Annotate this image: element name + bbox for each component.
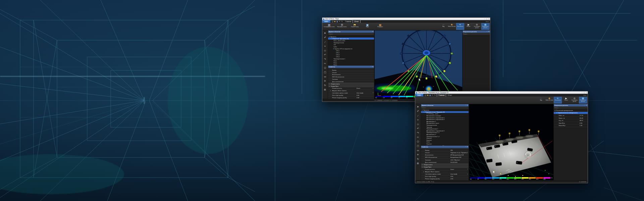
expander-icon[interactable]: ⊟: [331, 38, 332, 40]
property-row[interactable]: ▸ Adaptive Mesh Options: [421, 171, 469, 173]
property-value[interactable]: Багарябкова К.И.: [450, 156, 468, 158]
rotate-tool-icon[interactable]: ↻: [323, 83, 327, 87]
stop-calculation-button[interactable]: ⊙ Остановить расчет: [571, 97, 579, 104]
polygon-tool-icon[interactable]: ◇: [416, 122, 420, 126]
move-tool-icon[interactable]: ✛: [416, 153, 420, 157]
close-button[interactable]: ✕: [488, 18, 489, 20]
property-row[interactable]: ▸ Adaptive Mesh Options: [328, 90, 374, 92]
property-row[interactable]: Режим расчета Direct ▾: [421, 168, 469, 171]
panel-header[interactable]: Результаты расчета ─ ✕: [463, 30, 490, 33]
view-button[interactable]: ∷ Вид: [439, 23, 447, 30]
pick-tool-icon[interactable]: ➢: [323, 44, 327, 48]
property-row[interactable]: Photon mapping quality 0.50: [421, 178, 469, 180]
redo-tool-icon[interactable]: ↷: [323, 57, 327, 61]
property-value[interactable]: User mode: [357, 92, 373, 94]
property-value[interactable]: User mode: [450, 173, 468, 175]
3d-viewport-ferris-wheel[interactable]: 0,0 2,4 4,8: [374, 30, 462, 99]
property-row[interactable]: Дата выполнения: [328, 80, 374, 83]
file-menu-button[interactable]: Файл: [415, 94, 423, 96]
shape-tool-icon[interactable]: ⬠: [416, 140, 420, 144]
calculated-button[interactable]: ✳ Рассчитано: [554, 97, 562, 104]
maximize-button[interactable]: ▢: [584, 92, 585, 93]
panel-close-icon[interactable]: ✕: [467, 105, 468, 106]
panel-minimize-icon[interactable]: ─: [487, 31, 488, 32]
undo-tool-icon[interactable]: ↶: [323, 53, 327, 57]
property-row[interactable]: ▾ Опции отчета: [421, 163, 469, 166]
property-row[interactable]: ФИО Исполнителя Багарябкова К.И.: [421, 156, 469, 159]
titlebar[interactable]: Свет-в-Ночи - Парк ─ ▢ ✕: [322, 18, 490, 20]
rotate-tool-icon[interactable]: ↻: [416, 157, 420, 161]
result-row[interactable]: Еср, лк 48.57: [554, 119, 588, 122]
cursor-tool-icon[interactable]: ➤: [323, 31, 327, 35]
new-file-icon[interactable]: ❏: [332, 20, 333, 22]
property-row[interactable]: Direct light quality 0.50: [421, 176, 469, 178]
property-value[interactable]: 235: [450, 149, 468, 151]
property-value[interactable]: 0.50: [450, 178, 468, 180]
panel-close-icon[interactable]: ✕: [586, 105, 587, 106]
property-row[interactable]: Объект Парковка на ул. Пушкина 10: [421, 152, 469, 154]
result-row[interactable]: ☑ Расчетный прямоугольник: [554, 109, 588, 112]
panel-header[interactable]: Результаты расчета ─ ✕: [554, 104, 588, 107]
property-row[interactable]: Direct light quality 0.50: [328, 94, 374, 96]
property-row[interactable]: Заказчик ООО "МонСат": [421, 159, 469, 161]
property-row[interactable]: Calculation options mode User mode ▾: [328, 92, 374, 94]
stop-calculation-button[interactable]: ⊙ Остановить расчет: [473, 23, 481, 30]
minimize-button[interactable]: ─: [484, 18, 485, 20]
panel-minimize-icon[interactable]: ─: [371, 66, 372, 68]
property-value[interactable]: ИП Багарябкова К.И.: [450, 154, 468, 156]
panel-close-icon[interactable]: ✕: [372, 66, 373, 68]
open-folder-button[interactable]: ⬒ Открыть папку: [348, 23, 361, 30]
delete-tool-icon[interactable]: ▭: [323, 75, 327, 79]
tree-search-input[interactable]: [422, 107, 468, 109]
shape-tool-icon[interactable]: ⬠: [323, 66, 327, 70]
file-menu-button[interactable]: Файл: [322, 20, 330, 23]
select-2d-view-button[interactable]: ✚ Select 2D view: [448, 23, 456, 30]
save-icon[interactable]: ▣: [336, 20, 338, 22]
view-button[interactable]: ∷ Вид: [537, 97, 545, 104]
calculation-results-button[interactable]: ▦ Результаты расчета: [481, 23, 489, 30]
close-button[interactable]: ✕: [586, 92, 587, 93]
panel-header[interactable]: Свойства ─ ✕: [328, 66, 374, 68]
rectangle-tool-icon[interactable]: ▢: [323, 70, 327, 74]
property-row[interactable]: ▾ Опции Путя: [328, 85, 374, 87]
panel-close-icon[interactable]: ✕: [467, 146, 468, 148]
property-value[interactable]: Direct: [357, 87, 373, 89]
undo-icon[interactable]: ↶: [432, 94, 433, 96]
result-row[interactable]: Емин/Еср 0.56: [554, 122, 588, 125]
report-settings-button[interactable]: ⚙ Настройка отчета: [336, 23, 348, 30]
property-value[interactable]: Direct: [450, 169, 468, 170]
pick-tool-icon[interactable]: ➢: [416, 118, 420, 122]
dropdown-caret-icon[interactable]: ▾: [467, 169, 469, 170]
property-value[interactable]: 0.50: [357, 97, 373, 98]
rectangle-tool-icon[interactable]: ▢: [416, 144, 420, 148]
property-row[interactable]: Режим расчета Direct ▾: [328, 87, 374, 90]
property-value[interactable]: Парковка на ул. Пушкина 10: [450, 152, 468, 153]
checkbox-icon[interactable]: ☑: [556, 112, 557, 114]
dropdown-caret-icon[interactable]: ▾: [467, 174, 469, 175]
property-row[interactable]: Дата выполнения 14.03.2025: [421, 161, 469, 163]
property-value[interactable]: 0.50: [357, 94, 373, 96]
3d-viewport-parking-lot[interactable]: 0,0 4,8 9,6: [469, 104, 553, 180]
property-value[interactable]: ООО "МонСат": [450, 159, 468, 161]
property-row[interactable]: Номер 235: [421, 149, 469, 152]
property-row[interactable]: Объект: [328, 71, 374, 74]
property-row[interactable]: Заказчик: [328, 78, 374, 81]
move-tool-icon[interactable]: ✛: [323, 79, 327, 83]
result-row[interactable]: Емакс, лк 65.43: [554, 117, 588, 120]
property-row[interactable]: Исполнитель ИП Багарябкова К.И.: [421, 154, 469, 156]
expander-icon[interactable]: ⊟: [329, 36, 330, 38]
window-menu[interactable]: Окно: [486, 21, 490, 22]
line-tool-icon[interactable]: ∕: [323, 40, 327, 44]
edit-node-tool-icon[interactable]: ✐: [416, 109, 420, 113]
maximize-button[interactable]: ▢: [486, 18, 487, 20]
property-row[interactable]: ▾ Опции Путя: [421, 166, 469, 168]
views-button[interactable]: ▣ Виды: [361, 23, 374, 30]
panel-minimize-icon[interactable]: ─: [465, 146, 466, 148]
delete-tool-icon[interactable]: ▭: [416, 148, 420, 152]
ribbon-tab[interactable]: Отчет: [446, 94, 453, 96]
open-file-icon[interactable]: ⬒: [427, 94, 429, 96]
undo-icon[interactable]: ↶: [339, 20, 340, 22]
run-calculation-button[interactable]: ▶ Расчет: [562, 97, 570, 104]
generate-report-button[interactable]: ▥ Сгенерировать отчет: [323, 23, 335, 30]
panel-minimize-icon[interactable]: ─: [584, 105, 585, 106]
